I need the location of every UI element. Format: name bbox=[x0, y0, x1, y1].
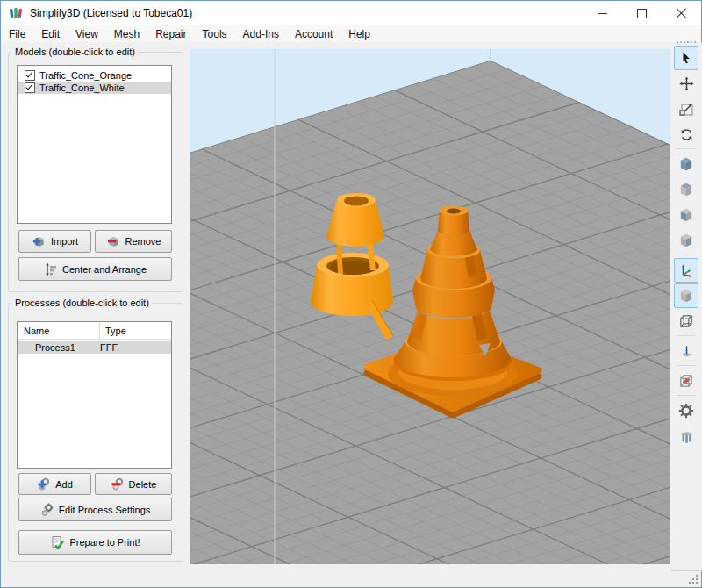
cross-section-icon bbox=[678, 373, 694, 389]
checkbox-checked-icon[interactable] bbox=[25, 70, 35, 81]
checkbox-checked-icon[interactable] bbox=[25, 82, 35, 93]
add-process-button[interactable]: Add bbox=[18, 473, 91, 495]
axes-icon bbox=[679, 263, 694, 278]
view-toolbar bbox=[672, 40, 700, 449]
move-icon bbox=[679, 76, 694, 91]
surface-normal-icon bbox=[679, 344, 694, 359]
center-arrange-label: Center and Arrange bbox=[62, 264, 147, 275]
scale-icon bbox=[679, 102, 694, 117]
menu-tools[interactable]: Tools bbox=[195, 26, 235, 42]
cursor-icon bbox=[679, 51, 693, 65]
process-row[interactable]: Process1 FFF bbox=[18, 341, 171, 354]
show-axes-button[interactable] bbox=[674, 258, 698, 283]
remove-label: Remove bbox=[125, 236, 161, 247]
toolbar-separator bbox=[677, 335, 696, 336]
menu-addins[interactable]: Add-Ins bbox=[235, 26, 287, 42]
model-label: Traffic_Cone_Orange bbox=[39, 70, 132, 81]
maximize-icon bbox=[637, 9, 647, 18]
minimize-button[interactable] bbox=[583, 1, 622, 25]
toolbar-separator bbox=[677, 365, 696, 366]
prepare-to-print-label: Prepare to Print! bbox=[69, 537, 140, 548]
menu-edit[interactable]: Edit bbox=[33, 26, 68, 42]
gears-icon bbox=[40, 503, 54, 517]
toolbar-separator bbox=[677, 255, 696, 255]
select-tool-button[interactable] bbox=[674, 46, 698, 70]
menu-mesh[interactable]: Mesh bbox=[106, 26, 147, 42]
process-name: Process1 bbox=[18, 342, 94, 353]
menu-help[interactable]: Help bbox=[340, 26, 378, 42]
processes-group-title: Processes (double-click to edit) bbox=[12, 298, 152, 308]
view-cube-side-icon bbox=[678, 233, 694, 248]
minimize-icon bbox=[598, 13, 607, 14]
menu-repair[interactable]: Repair bbox=[147, 26, 194, 42]
delete-label: Delete bbox=[129, 479, 157, 490]
center-arrange-icon bbox=[44, 262, 58, 276]
support-structures-button[interactable] bbox=[674, 424, 698, 448]
top-view-button[interactable] bbox=[674, 177, 698, 202]
solid-cube-icon bbox=[678, 288, 694, 304]
center-and-arrange-button[interactable]: Center and Arrange bbox=[18, 257, 172, 281]
wireframe-cube-icon bbox=[678, 313, 694, 329]
add-gear-icon bbox=[37, 477, 51, 491]
edit-process-settings-label: Edit Process Settings bbox=[59, 505, 151, 515]
cross-section-button[interactable] bbox=[674, 369, 698, 393]
translate-tool-button[interactable] bbox=[674, 71, 698, 96]
model-list-item[interactable]: Traffic_Cone_Orange bbox=[18, 69, 171, 82]
toolbar-drag-handle[interactable] bbox=[677, 41, 696, 43]
menu-account[interactable]: Account bbox=[287, 26, 340, 42]
maximize-button[interactable] bbox=[622, 1, 662, 25]
import-cube-icon bbox=[32, 234, 47, 248]
toolbar-separator bbox=[677, 395, 696, 396]
close-icon bbox=[677, 8, 687, 18]
model-label: Traffic_Cone_White bbox=[39, 82, 125, 93]
viewport-3d[interactable] bbox=[190, 49, 670, 564]
app-logo-icon bbox=[9, 6, 23, 20]
window-title: Simplify3D (Licensed to Tobeca01) bbox=[30, 7, 192, 19]
processes-table-header: Name Type bbox=[18, 322, 171, 340]
side-view-button[interactable] bbox=[674, 228, 698, 253]
close-button[interactable] bbox=[662, 1, 701, 25]
column-name[interactable]: Name bbox=[18, 322, 100, 339]
menu-view[interactable]: View bbox=[68, 26, 106, 42]
rotate-tool-button[interactable] bbox=[674, 122, 698, 147]
supports-icon bbox=[679, 429, 694, 444]
gear-icon bbox=[678, 403, 694, 419]
remove-button[interactable]: Remove bbox=[95, 230, 172, 253]
delete-process-button[interactable]: Delete bbox=[95, 473, 172, 495]
wireframe-render-button[interactable] bbox=[674, 309, 698, 333]
process-type: FFF bbox=[94, 342, 118, 353]
machine-settings-button[interactable] bbox=[674, 398, 698, 423]
print-check-icon bbox=[50, 535, 65, 550]
solid-render-button[interactable] bbox=[674, 283, 698, 308]
model-list-item[interactable]: Traffic_Cone_White bbox=[18, 82, 171, 94]
add-label: Add bbox=[55, 479, 73, 490]
view-cube-default-icon bbox=[678, 156, 694, 172]
window-controls bbox=[583, 1, 701, 25]
default-view-button[interactable] bbox=[674, 152, 698, 176]
delete-gear-icon bbox=[111, 477, 125, 491]
layer-normal-button[interactable] bbox=[674, 339, 698, 363]
scale-tool-button[interactable] bbox=[674, 97, 698, 121]
column-type[interactable]: Type bbox=[100, 326, 126, 336]
view-cube-front-icon bbox=[678, 207, 694, 223]
app-window: Simplify3D (Licensed to Tobeca01) File E… bbox=[0, 0, 702, 588]
toolbar-separator bbox=[677, 148, 696, 149]
processes-table[interactable]: Name Type Process1 FFF bbox=[17, 321, 172, 469]
prepare-to-print-button[interactable]: Prepare to Print! bbox=[18, 530, 172, 555]
front-view-button[interactable] bbox=[674, 203, 698, 227]
menu-bar: File Edit View Mesh Repair Tools Add-Ins… bbox=[1, 25, 701, 42]
edit-process-settings-button[interactable]: Edit Process Settings bbox=[18, 498, 172, 521]
models-group-title: Models (double-click to edit) bbox=[12, 47, 138, 57]
view-cube-top-icon bbox=[678, 182, 694, 197]
build-scene bbox=[190, 49, 670, 564]
rotate-icon bbox=[679, 127, 694, 142]
import-button[interactable]: Import bbox=[18, 230, 91, 253]
remove-cube-icon bbox=[106, 234, 121, 248]
models-list[interactable]: Traffic_Cone_Orange Traffic_Cone_White bbox=[17, 65, 172, 224]
title-bar: Simplify3D (Licensed to Tobeca01) bbox=[1, 1, 701, 25]
menu-file[interactable]: File bbox=[1, 26, 33, 42]
import-label: Import bbox=[51, 236, 78, 247]
resize-grip[interactable] bbox=[696, 582, 698, 584]
